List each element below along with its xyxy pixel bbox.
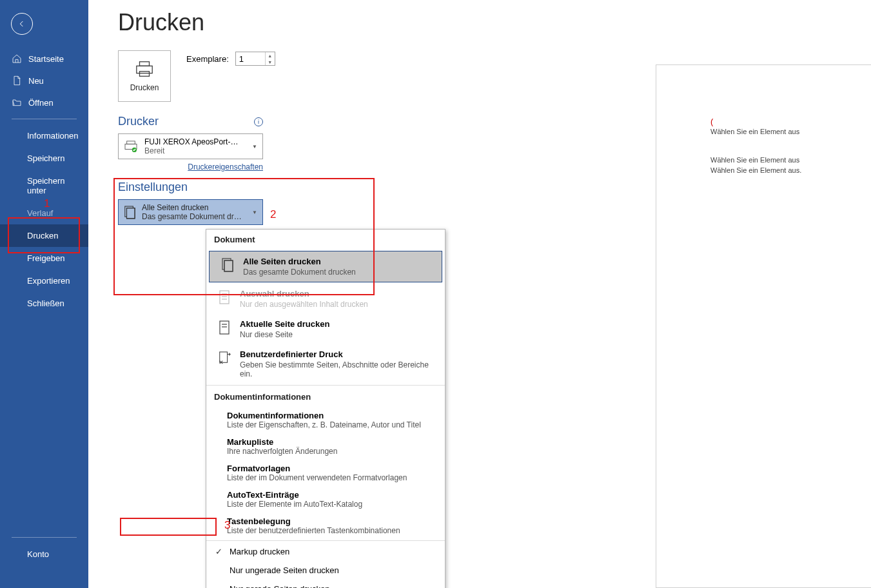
copies-label: Exemplare: (186, 54, 229, 64)
home-icon (12, 54, 22, 64)
popup-opt-markuplist[interactable]: MarkuplisteIhre nachverfolgten Änderunge… (206, 433, 445, 460)
spinner-down[interactable]: ▼ (266, 59, 275, 65)
sidebar-item-konto[interactable]: Konto (0, 543, 88, 565)
preview-text: Wählen Sie ein Element aus (710, 156, 871, 164)
printer-status: Bereit (144, 146, 241, 155)
spinner-up[interactable]: ▲ (266, 52, 275, 59)
print-preview: ( Wählen Sie ein Element aus Wählen Sie … (656, 64, 871, 588)
chevron-down-icon: ▼ (252, 144, 257, 150)
svg-rect-12 (220, 291, 229, 304)
print-button[interactable]: Drucken (118, 50, 171, 102)
print-what-dropdown: Dokument Alle Seiten druckenDas gesamte … (206, 229, 445, 588)
printer-select[interactable]: FUJI XEROX ApeosPort-VI C… Bereit ▼ (118, 133, 263, 159)
svg-rect-0 (140, 62, 150, 66)
page-arrow-icon (218, 350, 231, 366)
annotation-num-2: 2 (270, 208, 276, 221)
sidebar-item-speichern[interactable]: Speichern (0, 147, 88, 170)
popup-section-docinfo: Dokumentinformationen (206, 387, 445, 407)
copies-input[interactable] (236, 52, 265, 65)
settings-section-title: Einstellungen (118, 181, 188, 194)
printer-device-icon (124, 141, 138, 152)
settings-selected-title: Alle Seiten drucken (142, 203, 242, 212)
chevron-down-icon: ▼ (252, 210, 257, 215)
popup-check-odd[interactable]: Nur ungerade Seiten drucken (206, 561, 445, 580)
arrow-left-icon (17, 19, 27, 29)
sidebar-item-exportieren[interactable]: Exportieren (0, 270, 88, 292)
page-icon (12, 75, 22, 86)
pages-icon (124, 205, 135, 219)
pages-icon (221, 257, 234, 273)
popup-opt-selection: Auswahl druckenNur den ausgewählten Inha… (206, 284, 445, 314)
sidebar-separator (12, 537, 77, 538)
page-icon (218, 320, 231, 335)
sidebar-item-schliessen[interactable]: Schließen (0, 292, 88, 315)
settings-selected-sub: Das gesamte Dokument dru… (142, 212, 242, 221)
sidebar-item-informationen[interactable]: Informationen (0, 124, 88, 147)
popup-check-even[interactable]: Nur gerade Seiten drucken (206, 580, 445, 588)
svg-rect-7 (127, 208, 135, 219)
popup-section-dokument: Dokument (206, 230, 445, 250)
popup-opt-custom[interactable]: Benutzerdefinierter DruckGeben Sie besti… (206, 344, 445, 384)
sidebar-item-oeffnen[interactable]: Öffnen (0, 92, 88, 113)
popup-opt-autotext[interactable]: AutoText-EinträgeListe der Elemente im A… (206, 486, 445, 513)
svg-rect-2 (140, 72, 150, 77)
sidebar-item-neu[interactable]: Neu (0, 70, 88, 92)
svg-rect-1 (137, 66, 152, 73)
annotation-num-3: 3 (224, 519, 230, 532)
sidebar-item-drucken[interactable]: Drucken (0, 224, 88, 247)
sidebar-label: Startseite (28, 54, 64, 64)
back-button[interactable] (11, 13, 33, 35)
preview-text: Wählen Sie ein Element aus. (710, 166, 871, 174)
print-panel: Drucken Drucken Exemplare: ▲▼ Drucker i … (88, 0, 871, 588)
copies-spinner[interactable]: ▲▼ (235, 52, 275, 66)
svg-rect-16 (220, 321, 229, 334)
sidebar-separator (12, 119, 77, 119)
backstage-sidebar: Startseite Neu Öffnen Informationen Spei… (0, 0, 88, 588)
annotation-num-1: 1 (44, 197, 50, 210)
sidebar-label: Öffnen (28, 98, 54, 108)
preview-text: Wählen Sie ein Element aus (710, 128, 871, 135)
sidebar-item-freigeben[interactable]: Freigeben (0, 247, 88, 270)
print-button-label: Drucken (130, 83, 159, 92)
popup-opt-all-pages[interactable]: Alle Seiten druckenDas gesamte Dokument … (209, 251, 442, 282)
page-lines-icon (218, 289, 231, 305)
svg-rect-10 (224, 260, 233, 271)
preview-paren: ( (710, 117, 871, 126)
info-icon[interactable]: i (254, 117, 263, 126)
printer-section-title: Drucker (118, 115, 159, 128)
sidebar-label: Neu (28, 76, 44, 86)
popup-opt-current-page[interactable]: Aktuelle Seite druckenNur diese Seite (206, 314, 445, 344)
printer-properties-link[interactable]: Druckereigenschaften (118, 162, 263, 172)
page-title: Drucken (118, 9, 871, 36)
printer-icon (135, 60, 154, 78)
svg-rect-3 (127, 141, 135, 144)
sidebar-item-startseite[interactable]: Startseite (0, 48, 88, 70)
folder-open-icon (12, 97, 22, 108)
check-icon: ✓ (215, 547, 223, 556)
popup-opt-docinfo[interactable]: DokumentinformationenListe der Eigenscha… (206, 407, 445, 433)
printer-name: FUJI XEROX ApeosPort-VI C… (144, 137, 241, 146)
what-to-print-select[interactable]: Alle Seiten drucken Das gesamte Dokument… (118, 199, 263, 225)
svg-rect-19 (220, 352, 228, 362)
popup-opt-keys[interactable]: TastenbelegungListe der benutzerdefinier… (206, 513, 445, 539)
popup-opt-styles[interactable]: FormatvorlagenListe der im Dokument verw… (206, 460, 445, 486)
popup-check-markup[interactable]: ✓Markup drucken (206, 542, 445, 561)
